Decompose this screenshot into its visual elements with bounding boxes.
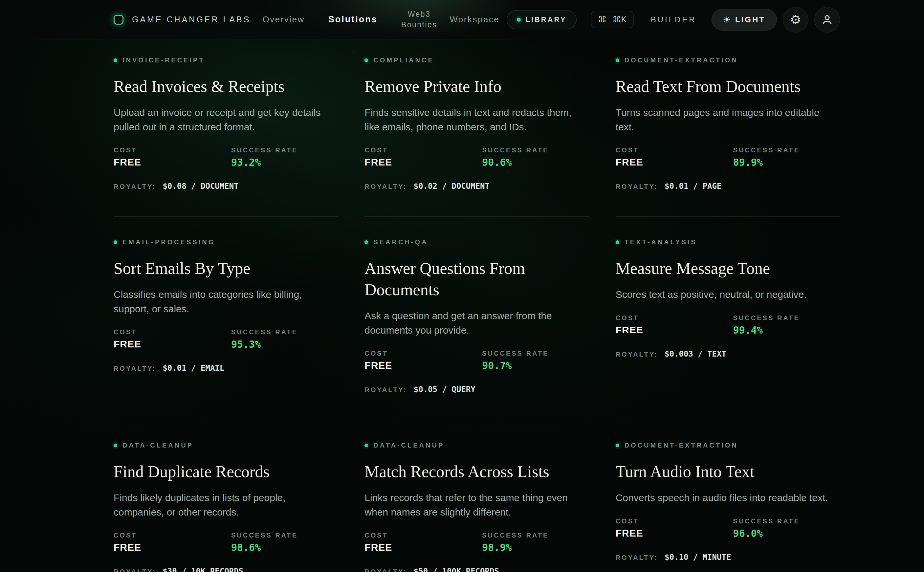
royalty-label: ROYALTY: [113, 568, 156, 572]
category-label: SEARCH-QA [373, 238, 428, 246]
royalty-row: ROYALTY: $0.10 / MINUTE [616, 553, 840, 562]
command-palette-shortcut[interactable]: ⌘ ⌘K [591, 11, 634, 28]
success-rate-value: 98.6% [231, 542, 338, 553]
card-description: Finds likely duplicates in lists of peop… [113, 491, 330, 519]
card-description: Links records that refer to the same thi… [365, 491, 581, 519]
nav-right-cluster: Workspace LIBRARY ⌘ ⌘K BUILDER ☀ LIGHT ⚙ [450, 7, 840, 33]
royalty-row: ROYALTY: $0.08 / DOCUMENT [113, 182, 338, 191]
cost-label: COST [113, 532, 231, 539]
category-dot-icon [616, 444, 619, 447]
card-description: Ask a question and get an answer from th… [365, 309, 581, 337]
category-dot-icon [113, 240, 117, 244]
success-rate-value: 90.6% [482, 157, 589, 168]
card-stats: COST FREE SUCCESS RATE 95.3% [113, 328, 338, 350]
card-description: Upload an invoice or receipt and get key… [113, 106, 330, 134]
cost-value: FREE [616, 528, 733, 539]
category-label: COMPLIANCE [373, 56, 434, 64]
solutions-grid: INVOICE-RECEIPT Read Invoices & Receipts… [113, 56, 840, 572]
cost-label: COST [616, 146, 733, 154]
card-description: Converts speech in audio files into read… [616, 491, 832, 505]
card-description: Turns scanned pages and images into edit… [616, 106, 832, 134]
success-rate-label: SUCCESS RATE [733, 314, 840, 322]
cost-label: COST [365, 146, 482, 154]
settings-button[interactable]: ⚙ [783, 7, 808, 33]
category-dot-icon [365, 240, 368, 244]
solution-card[interactable]: EMAIL-PROCESSING Sort Emails By Type Cla… [113, 238, 338, 420]
royalty-value: $50 / 100K RECORDS [414, 567, 499, 572]
royalty-label: ROYALTY: [365, 568, 407, 572]
solution-card[interactable]: TEXT-ANALYSIS Measure Message Tone Score… [616, 238, 840, 420]
library-badge[interactable]: LIBRARY [507, 10, 576, 29]
user-icon [821, 13, 834, 26]
success-rate-label: SUCCESS RATE [482, 532, 589, 539]
cost-value: FREE [365, 360, 482, 371]
cost-label: COST [113, 146, 231, 154]
success-rate-label: SUCCESS RATE [231, 146, 338, 154]
category-dot-icon [365, 58, 368, 62]
cost-value: FREE [365, 157, 482, 168]
solution-card[interactable]: COMPLIANCE Remove Private Info Finds sen… [365, 56, 589, 217]
solution-card[interactable]: DOCUMENT-EXTRACTION Turn Audio Into Text… [616, 441, 840, 572]
royalty-row: ROYALTY: $0.003 / TEXT [616, 350, 840, 359]
card-title: Turn Audio Into Text [616, 461, 840, 482]
royalty-label: ROYALTY: [365, 386, 407, 394]
category-label: TEXT-ANALYSIS [624, 238, 697, 246]
card-stats: COST FREE SUCCESS RATE 98.9% [365, 532, 589, 553]
success-rate-value: 96.0% [733, 528, 840, 539]
cost-label: COST [365, 350, 482, 357]
cost-label: COST [113, 328, 231, 336]
cost-value: FREE [365, 542, 482, 553]
category-dot-icon [113, 58, 117, 62]
card-stats: COST FREE SUCCESS RATE 98.6% [113, 532, 338, 553]
gear-icon: ⚙ [790, 12, 801, 27]
royalty-row: ROYALTY: $0.05 / QUERY [365, 385, 589, 394]
success-rate-label: SUCCESS RATE [231, 532, 338, 539]
success-rate-label: SUCCESS RATE [733, 518, 840, 525]
nav-item-solutions[interactable]: Solutions [328, 14, 377, 25]
card-stats: COST FREE SUCCESS RATE 99.4% [616, 314, 840, 336]
card-stats: COST FREE SUCCESS RATE 90.6% [365, 146, 589, 168]
solutions-grid-page: INVOICE-RECEIPT Read Invoices & Receipts… [113, 39, 840, 572]
card-stats: COST FREE SUCCESS RATE 89.9% [616, 146, 840, 168]
theme-toggle-button[interactable]: ☀ LIGHT [711, 9, 777, 31]
nav-item-overview[interactable]: Overview [262, 14, 304, 25]
nav-item-web3-bounties[interactable]: Web3Bounties [401, 9, 437, 30]
top-navbar: GAME CHANGER LABS Overview Solutions Web… [0, 0, 924, 39]
category-tag: EMAIL-PROCESSING [113, 238, 338, 246]
category-tag: DATA-CLEANUP [113, 441, 338, 449]
theme-toggle-label: LIGHT [735, 15, 766, 24]
royalty-value: $0.01 / EMAIL [163, 364, 224, 373]
success-rate-label: SUCCESS RATE [482, 146, 589, 154]
card-title: Find Duplicate Records [113, 461, 338, 482]
cost-value: FREE [113, 339, 231, 350]
web3-line2: Bounties [401, 20, 437, 29]
category-tag: DOCUMENT-EXTRACTION [616, 441, 840, 449]
category-dot-icon [616, 58, 619, 62]
success-rate-label: SUCCESS RATE [482, 350, 589, 357]
nav-item-workspace[interactable]: Workspace [450, 14, 499, 25]
category-label: DOCUMENT-EXTRACTION [624, 441, 738, 449]
solution-card[interactable]: DATA-CLEANUP Match Records Across Lists … [365, 441, 589, 572]
category-tag: COMPLIANCE [365, 56, 589, 64]
category-label: EMAIL-PROCESSING [123, 238, 215, 246]
card-description: Finds sensitive details in text and reda… [365, 106, 581, 134]
royalty-value: $0.01 / PAGE [665, 182, 721, 191]
nav-left-cluster: GAME CHANGER LABS Overview Solutions Web… [113, 9, 437, 30]
status-dot-icon [517, 18, 521, 22]
category-tag: DATA-CLEANUP [365, 441, 589, 449]
solution-card[interactable]: INVOICE-RECEIPT Read Invoices & Receipts… [113, 56, 338, 217]
royalty-value: $0.003 / TEXT [665, 350, 726, 359]
success-rate-label: SUCCESS RATE [733, 146, 840, 154]
nav-item-builder[interactable]: BUILDER [651, 15, 696, 24]
solution-card[interactable]: SEARCH-QA Answer Questions From Document… [365, 238, 589, 420]
solution-card[interactable]: DOCUMENT-EXTRACTION Read Text From Docum… [616, 56, 840, 217]
cost-value: FREE [113, 157, 231, 168]
category-label: DOCUMENT-EXTRACTION [624, 56, 738, 64]
solution-card[interactable]: DATA-CLEANUP Find Duplicate Records Find… [113, 441, 338, 572]
category-dot-icon [113, 444, 117, 447]
category-label: DATA-CLEANUP [123, 441, 193, 449]
account-button[interactable] [814, 7, 840, 33]
royalty-value: $0.02 / DOCUMENT [414, 182, 489, 191]
card-title: Sort Emails By Type [113, 258, 338, 279]
brand-logo-icon[interactable] [113, 15, 123, 25]
